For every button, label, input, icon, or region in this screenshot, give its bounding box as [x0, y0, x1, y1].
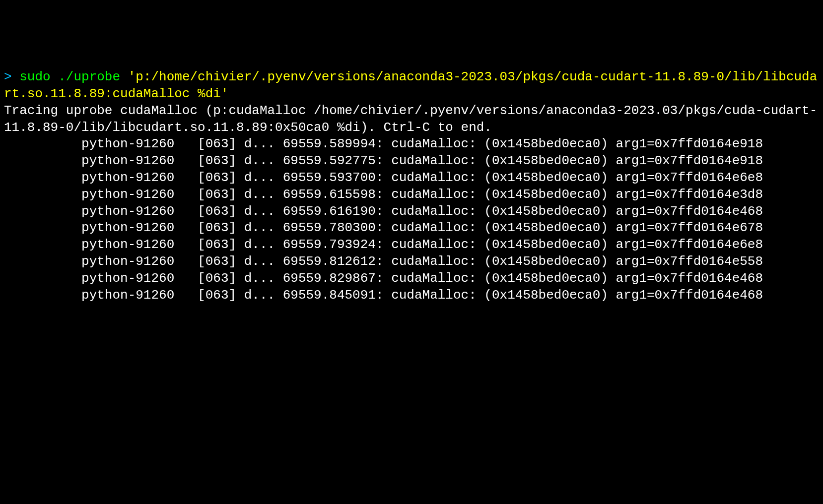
- trace-line: python-91260 [063] d... 69559.829867: cu…: [4, 270, 819, 287]
- command-argument: 'p:/home/chivier/.pyenv/versions/anacond…: [4, 69, 817, 101]
- trace-line: python-91260 [063] d... 69559.593700: cu…: [4, 170, 819, 187]
- trace-line: python-91260 [063] d... 69559.793924: cu…: [4, 237, 819, 253]
- command-sudo: sudo: [19, 69, 50, 84]
- command-space: [51, 69, 59, 84]
- shell-prompt: >: [4, 69, 19, 84]
- trace-line: python-91260 [063] d... 69559.589994: cu…: [4, 136, 819, 153]
- trace-line: python-91260 [063] d... 69559.615598: cu…: [4, 187, 819, 203]
- trace-line: python-91260 [063] d... 69559.616190: cu…: [4, 203, 819, 220]
- trace-line: python-91260 [063] d... 69559.812612: cu…: [4, 253, 819, 270]
- trace-line: python-91260 [063] d... 69559.592775: cu…: [4, 153, 819, 170]
- tracing-header: Tracing uprobe cudaMalloc (p:cudaMalloc …: [4, 103, 817, 135]
- trace-line: python-91260 [063] d... 69559.845091: cu…: [4, 287, 819, 304]
- trace-line: python-91260 [063] d... 69559.780300: cu…: [4, 220, 819, 237]
- command-uprobe: ./uprobe: [58, 69, 120, 84]
- terminal-output: > sudo ./uprobe 'p:/home/chivier/.pyenv/…: [4, 69, 819, 304]
